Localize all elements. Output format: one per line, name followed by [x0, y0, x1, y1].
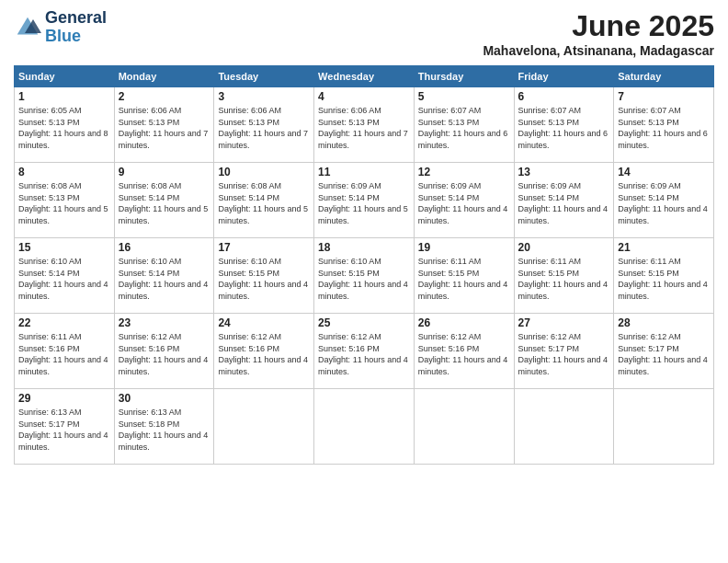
- day-number: 20: [518, 241, 610, 254]
- week-row-3: 15Sunrise: 6:10 AMSunset: 5:14 PMDayligh…: [15, 238, 714, 314]
- calendar-cell: 26Sunrise: 6:12 AMSunset: 5:16 PMDayligh…: [414, 314, 514, 389]
- calendar-cell: 18Sunrise: 6:10 AMSunset: 5:15 PMDayligh…: [314, 238, 415, 314]
- calendar-cell: 7Sunrise: 6:07 AMSunset: 5:13 PMDaylight…: [614, 87, 714, 163]
- day-info: Sunrise: 6:05 AMSunset: 5:13 PMDaylight:…: [18, 105, 110, 151]
- day-number: 4: [318, 90, 410, 103]
- day-number: 19: [418, 241, 510, 254]
- day-number: 21: [618, 241, 710, 254]
- title-area: June 2025 Mahavelona, Atsinanana, Madaga…: [483, 9, 714, 58]
- day-info: Sunrise: 6:12 AMSunset: 5:16 PMDaylight:…: [318, 331, 410, 377]
- day-info: Sunrise: 6:13 AMSunset: 5:18 PMDaylight:…: [119, 407, 210, 453]
- calendar-cell: 22Sunrise: 6:11 AMSunset: 5:16 PMDayligh…: [15, 314, 115, 389]
- calendar-cell: 30Sunrise: 6:13 AMSunset: 5:18 PMDayligh…: [114, 389, 214, 465]
- calendar-cell: 15Sunrise: 6:10 AMSunset: 5:14 PMDayligh…: [15, 238, 115, 314]
- calendar-cell: 3Sunrise: 6:06 AMSunset: 5:13 PMDaylight…: [214, 87, 314, 163]
- weekday-header-wednesday: Wednesday: [314, 66, 415, 87]
- calendar-cell: 27Sunrise: 6:12 AMSunset: 5:17 PMDayligh…: [514, 314, 614, 389]
- calendar-cell: 9Sunrise: 6:08 AMSunset: 5:14 PMDaylight…: [114, 163, 214, 238]
- calendar-cell: 6Sunrise: 6:07 AMSunset: 5:13 PMDaylight…: [514, 87, 614, 163]
- calendar-cell: [614, 389, 714, 465]
- calendar-page: General Blue June 2025 Mahavelona, Atsin…: [0, 0, 728, 563]
- day-number: 29: [18, 392, 110, 405]
- week-row-2: 8Sunrise: 6:08 AMSunset: 5:13 PMDaylight…: [15, 163, 714, 238]
- day-info: Sunrise: 6:06 AMSunset: 5:13 PMDaylight:…: [218, 105, 310, 151]
- week-row-4: 22Sunrise: 6:11 AMSunset: 5:16 PMDayligh…: [15, 314, 714, 389]
- calendar-cell: 8Sunrise: 6:08 AMSunset: 5:13 PMDaylight…: [15, 163, 115, 238]
- day-info: Sunrise: 6:12 AMSunset: 5:16 PMDaylight:…: [119, 331, 210, 377]
- calendar-cell: 5Sunrise: 6:07 AMSunset: 5:13 PMDaylight…: [414, 87, 514, 163]
- calendar-cell: 2Sunrise: 6:06 AMSunset: 5:13 PMDaylight…: [114, 87, 214, 163]
- day-info: Sunrise: 6:13 AMSunset: 5:17 PMDaylight:…: [18, 407, 110, 453]
- calendar-cell: [514, 389, 614, 465]
- weekday-header-thursday: Thursday: [414, 66, 514, 87]
- day-number: 12: [418, 166, 510, 178]
- calendar-cell: 10Sunrise: 6:08 AMSunset: 5:14 PMDayligh…: [214, 163, 314, 238]
- day-number: 17: [218, 241, 310, 254]
- day-info: Sunrise: 6:10 AMSunset: 5:15 PMDaylight:…: [218, 256, 310, 302]
- day-info: Sunrise: 6:11 AMSunset: 5:15 PMDaylight:…: [518, 256, 610, 302]
- day-info: Sunrise: 6:07 AMSunset: 5:13 PMDaylight:…: [618, 105, 710, 151]
- day-info: Sunrise: 6:06 AMSunset: 5:13 PMDaylight:…: [318, 105, 410, 151]
- calendar-cell: 12Sunrise: 6:09 AMSunset: 5:14 PMDayligh…: [414, 163, 514, 238]
- day-number: 26: [418, 316, 510, 329]
- calendar-cell: 21Sunrise: 6:11 AMSunset: 5:15 PMDayligh…: [614, 238, 714, 314]
- day-number: 2: [119, 90, 210, 103]
- calendar-cell: [214, 389, 314, 465]
- day-number: 25: [318, 316, 410, 329]
- day-number: 23: [119, 316, 210, 329]
- weekday-header-sunday: Sunday: [15, 66, 115, 87]
- day-info: Sunrise: 6:10 AMSunset: 5:15 PMDaylight:…: [318, 256, 410, 302]
- day-number: 22: [18, 316, 110, 329]
- weekday-header-tuesday: Tuesday: [214, 66, 314, 87]
- page-header: General Blue June 2025 Mahavelona, Atsin…: [14, 9, 714, 58]
- calendar-cell: 29Sunrise: 6:13 AMSunset: 5:17 PMDayligh…: [15, 389, 115, 465]
- logo: General Blue: [14, 9, 107, 46]
- calendar-cell: 25Sunrise: 6:12 AMSunset: 5:16 PMDayligh…: [314, 314, 415, 389]
- day-number: 10: [218, 166, 310, 178]
- weekday-header-friday: Friday: [514, 66, 614, 87]
- calendar-cell: 19Sunrise: 6:11 AMSunset: 5:15 PMDayligh…: [414, 238, 514, 314]
- day-info: Sunrise: 6:12 AMSunset: 5:17 PMDaylight:…: [518, 331, 610, 377]
- logo-icon: [14, 14, 41, 41]
- day-number: 8: [18, 166, 110, 178]
- day-info: Sunrise: 6:06 AMSunset: 5:13 PMDaylight:…: [119, 105, 210, 151]
- day-number: 18: [318, 241, 410, 254]
- logo-text: General Blue: [45, 9, 107, 46]
- calendar-table: SundayMondayTuesdayWednesdayThursdayFrid…: [14, 65, 714, 465]
- weekday-header-row: SundayMondayTuesdayWednesdayThursdayFrid…: [15, 66, 714, 87]
- calendar-cell: 24Sunrise: 6:12 AMSunset: 5:16 PMDayligh…: [214, 314, 314, 389]
- calendar-cell: [414, 389, 514, 465]
- day-number: 11: [318, 166, 410, 178]
- day-info: Sunrise: 6:10 AMSunset: 5:14 PMDaylight:…: [119, 256, 210, 302]
- day-info: Sunrise: 6:12 AMSunset: 5:17 PMDaylight:…: [618, 331, 710, 377]
- calendar-cell: 23Sunrise: 6:12 AMSunset: 5:16 PMDayligh…: [114, 314, 214, 389]
- day-info: Sunrise: 6:12 AMSunset: 5:16 PMDaylight:…: [418, 331, 510, 377]
- calendar-cell: 16Sunrise: 6:10 AMSunset: 5:14 PMDayligh…: [114, 238, 214, 314]
- day-number: 3: [218, 90, 310, 103]
- calendar-cell: 4Sunrise: 6:06 AMSunset: 5:13 PMDaylight…: [314, 87, 415, 163]
- day-info: Sunrise: 6:11 AMSunset: 5:16 PMDaylight:…: [18, 331, 110, 377]
- month-title: June 2025: [483, 9, 714, 43]
- day-info: Sunrise: 6:12 AMSunset: 5:16 PMDaylight:…: [218, 331, 310, 377]
- day-number: 16: [119, 241, 210, 254]
- weekday-header-monday: Monday: [114, 66, 214, 87]
- location-title: Mahavelona, Atsinanana, Madagascar: [483, 43, 714, 58]
- day-info: Sunrise: 6:08 AMSunset: 5:14 PMDaylight:…: [218, 180, 310, 226]
- day-number: 14: [618, 166, 710, 178]
- day-number: 5: [418, 90, 510, 103]
- day-info: Sunrise: 6:07 AMSunset: 5:13 PMDaylight:…: [518, 105, 610, 151]
- day-number: 24: [218, 316, 310, 329]
- day-info: Sunrise: 6:09 AMSunset: 5:14 PMDaylight:…: [318, 180, 410, 226]
- week-row-1: 1Sunrise: 6:05 AMSunset: 5:13 PMDaylight…: [15, 87, 714, 163]
- day-number: 13: [518, 166, 610, 178]
- calendar-cell: 17Sunrise: 6:10 AMSunset: 5:15 PMDayligh…: [214, 238, 314, 314]
- day-info: Sunrise: 6:08 AMSunset: 5:13 PMDaylight:…: [18, 180, 110, 226]
- day-number: 28: [618, 316, 710, 329]
- calendar-cell: [314, 389, 415, 465]
- day-info: Sunrise: 6:11 AMSunset: 5:15 PMDaylight:…: [618, 256, 710, 302]
- calendar-cell: 20Sunrise: 6:11 AMSunset: 5:15 PMDayligh…: [514, 238, 614, 314]
- day-number: 15: [18, 241, 110, 254]
- day-info: Sunrise: 6:09 AMSunset: 5:14 PMDaylight:…: [418, 180, 510, 226]
- calendar-cell: 11Sunrise: 6:09 AMSunset: 5:14 PMDayligh…: [314, 163, 415, 238]
- week-row-5: 29Sunrise: 6:13 AMSunset: 5:17 PMDayligh…: [15, 389, 714, 465]
